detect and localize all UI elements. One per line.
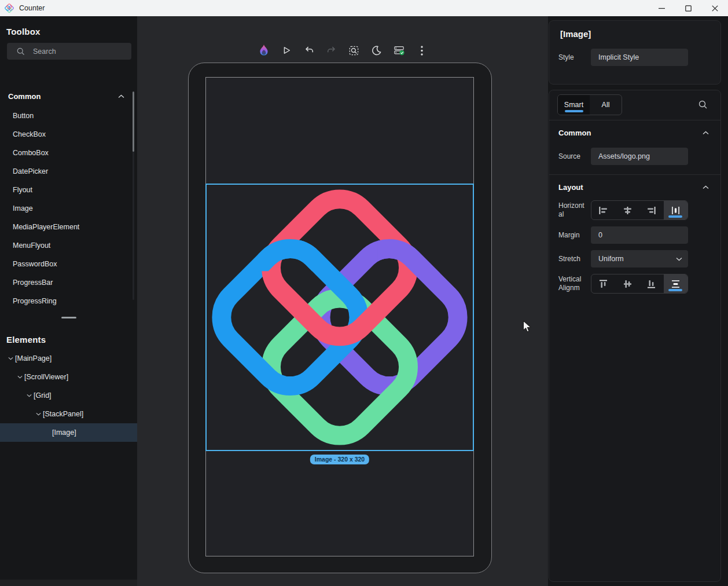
section-layout-label: Layout [558,183,583,192]
align-left-icon [598,206,608,215]
toolbox-item-button[interactable]: Button [0,107,137,125]
style-value: Implicit Style [598,53,639,61]
vertical-alignment-label: Vertical Alignm [558,275,587,292]
inspector-selected-element: [Image] [549,21,720,39]
tree-item-grid[interactable]: [Grid] [0,386,137,405]
play-button[interactable] [278,42,295,59]
align-horizontal-left-button[interactable] [591,201,616,219]
stretch-value: Uniform [598,255,624,263]
vertical-alignment-control [591,274,688,294]
selection-size-badge: Image - 320 x 320 [310,455,369,464]
elements-title: Elements [0,327,137,345]
source-label: Source [558,152,591,161]
design-canvas[interactable]: Image - 320 x 320 [137,16,548,586]
chevron-down-icon[interactable] [24,394,34,397]
zoom-selection-icon[interactable] [345,42,363,59]
align-horizontal-right-button[interactable] [639,201,664,219]
style-input[interactable]: Implicit Style [591,49,688,66]
style-label: Style [558,53,591,62]
chevron-down-icon[interactable] [15,375,24,379]
chevron-down-icon [676,257,682,261]
toolbox-section-common[interactable]: Common [0,88,137,104]
properties-search-icon[interactable] [698,100,708,109]
design-toolbar [137,34,548,67]
app-logo-icon [5,3,14,13]
align-middle-icon [623,279,632,289]
maximize-button[interactable] [675,0,701,16]
stretch-label: Stretch [558,255,591,263]
inspector-header-card: [Image] Style Implicit Style [549,20,721,85]
margin-value: 0 [598,231,602,239]
toolbox-title: Toolbox [0,16,137,36]
inspector-tabs: Smart All [557,94,622,115]
elements-tree: [MainPage] [ScrollViewer] [Grid] [StackP… [0,349,137,442]
source-input[interactable]: Assets/logo.png [591,148,688,165]
close-button[interactable] [701,0,728,16]
toolbox-item-image[interactable]: Image [0,199,137,218]
mouse-cursor [523,320,532,333]
toolbox-item-flyout[interactable]: Flyout [0,181,137,199]
hot-design-flame-icon[interactable] [255,42,273,59]
more-options-button[interactable] [413,42,431,59]
horizontal-alignment-control [591,200,688,220]
minimize-button[interactable] [648,0,675,16]
toolbox-item-passwordbox[interactable]: PasswordBox [0,255,137,273]
align-right-icon [646,206,656,215]
device-screen[interactable]: Image - 320 x 320 [205,77,474,556]
tree-item-stackpanel[interactable]: [StackPanel] [0,405,137,423]
align-vertical-top-button[interactable] [591,274,616,293]
section-common[interactable]: Common [549,120,720,137]
device-frame: Image - 320 x 320 [188,63,492,573]
chevron-down-icon[interactable] [6,357,15,360]
undo-button[interactable] [300,42,318,59]
tree-item-label: [StackPanel] [43,410,83,418]
panel-splitter[interactable] [0,314,137,321]
selected-image-element[interactable] [205,184,474,451]
toolbox-item-menuflyout[interactable]: MenuFlyout [0,236,137,255]
tab-all-label: All [602,101,610,109]
align-vertical-stretch-button[interactable] [664,274,688,293]
chevron-up-icon [703,131,709,135]
inspector-properties-card: Smart All Common Source Assets/logo.png [549,90,721,582]
tree-item-image-selected[interactable]: [Image] [0,423,137,442]
toolbox-item-combobox[interactable]: ComboBox [0,144,137,162]
align-horizontal-stretch-button[interactable] [664,201,688,219]
stretch-dropdown[interactable]: Uniform [591,250,688,268]
tree-item-mainpage[interactable]: [MainPage] [0,349,137,368]
align-stretch-icon [671,206,681,215]
tab-smart-label: Smart [564,101,583,109]
toolbox-list: Button CheckBox ComboBox DatePicker Flyo… [0,107,137,310]
toolbox-item-mediaplayerelement[interactable]: MediaPlayerElement [0,218,137,236]
changes-validated-icon[interactable] [391,42,408,59]
tree-item-scrollviewer[interactable]: [ScrollViewer] [0,368,137,386]
chevron-down-icon[interactable] [34,412,43,416]
section-common-label: Common [558,129,591,137]
toolbox-search-input[interactable]: Search [7,43,131,60]
margin-label: Margin [558,231,591,240]
toolbox-item-datepicker[interactable]: DatePicker [0,162,137,181]
align-vertical-bottom-button[interactable] [639,274,664,293]
align-horizontal-center-button[interactable] [616,201,640,219]
left-sidebar: Toolbox Search Common Button CheckBox Co… [0,16,137,586]
margin-input[interactable]: 0 [591,226,688,244]
search-icon [17,47,25,56]
chevron-up-icon [703,185,709,189]
toolbox-section-label: Common [8,92,41,101]
toolbox-item-checkbox[interactable]: CheckBox [0,125,137,144]
tree-item-label: [Grid] [34,391,52,400]
toolbox-item-progressring[interactable]: ProgressRing [0,292,137,310]
align-vertical-center-button[interactable] [616,274,640,293]
chevron-up-icon [118,94,124,98]
toolbox-item-progressbar[interactable]: ProgressBar [0,273,137,292]
redo-button[interactable] [323,42,340,59]
theme-moon-icon[interactable] [368,42,385,59]
toolbox-scrollbar[interactable] [133,91,134,300]
horizontal-alignment-label: Horizontal [558,202,587,219]
source-value: Assets/logo.png [598,152,650,160]
title-bar: Counter [0,0,728,16]
tab-smart[interactable]: Smart [558,95,590,115]
tab-all[interactable]: All [590,95,622,115]
tree-item-label: [MainPage] [15,354,52,362]
uno-logo-image [207,185,472,450]
section-layout[interactable]: Layout [549,175,720,192]
